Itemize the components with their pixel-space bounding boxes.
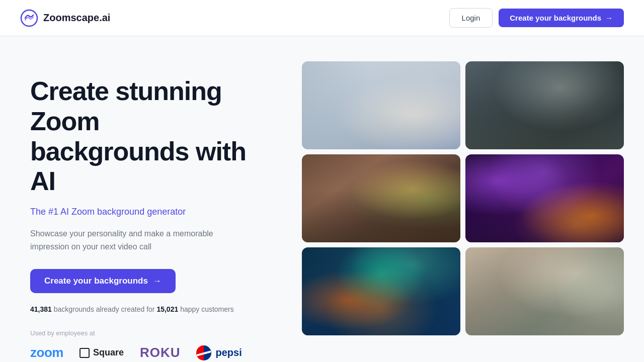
hero-create-arrow: →: [153, 276, 162, 286]
roku-logo: Roku: [140, 345, 181, 360]
gallery-image-1[interactable]: [302, 61, 460, 149]
nav-create-arrow: →: [605, 14, 613, 22]
stats-text: 41,381 backgrounds already created for 1…: [30, 305, 272, 313]
gallery-image-6[interactable]: [465, 247, 624, 335]
nav-actions: Login Create your backgrounds →: [449, 8, 624, 28]
gallery-image-2[interactable]: [465, 61, 624, 149]
logo[interactable]: Zoomscape.ai: [20, 9, 110, 27]
hero-description: Showcase your personality and make a mem…: [30, 227, 231, 253]
hero-headline: Create stunning Zoom backgrounds with AI: [30, 76, 272, 197]
hero-create-label: Create your backgrounds: [44, 276, 148, 286]
square-box-icon: [79, 348, 90, 358]
square-logo-text: Square: [93, 347, 124, 358]
headline-line1: Create stunning Zoom: [30, 76, 222, 136]
login-button[interactable]: Login: [449, 8, 493, 28]
pepsi-logo: pepsi: [196, 345, 242, 360]
zoom-logo: zoom: [30, 345, 63, 360]
nav-create-label: Create your backgrounds: [510, 14, 601, 22]
headline-line2: backgrounds with AI: [30, 137, 246, 196]
main-content: Create stunning Zoom backgrounds with AI…: [0, 36, 644, 362]
hero-create-button[interactable]: Create your backgrounds →: [30, 269, 176, 293]
nav-create-button[interactable]: Create your backgrounds →: [499, 9, 624, 27]
stats-customer-count: 15,021: [156, 305, 178, 313]
logo-text: Zoomscape.ai: [43, 12, 110, 24]
pepsi-circle-icon: [196, 345, 211, 360]
stats-suffix: happy customers: [180, 305, 234, 313]
hero-tagline: The #1 AI Zoom background generator: [30, 207, 272, 217]
gallery-image-3[interactable]: [302, 154, 460, 242]
pepsi-logo-text: pepsi: [215, 347, 242, 358]
gallery-grid: [302, 61, 624, 335]
hero-left: Create stunning Zoom backgrounds with AI…: [30, 66, 272, 360]
logo-strip: zoom Square Roku pepsi: [30, 345, 272, 360]
stats-count: 41,381: [30, 305, 52, 313]
stats-middle: backgrounds already created for: [54, 305, 157, 313]
gallery-image-5[interactable]: [302, 247, 460, 335]
logo-icon: [20, 9, 38, 27]
used-by-label: Used by employees at: [30, 329, 272, 337]
square-logo: Square: [79, 347, 124, 358]
navbar: Zoomscape.ai Login Create your backgroun…: [0, 0, 644, 36]
gallery-image-4[interactable]: [465, 154, 624, 242]
